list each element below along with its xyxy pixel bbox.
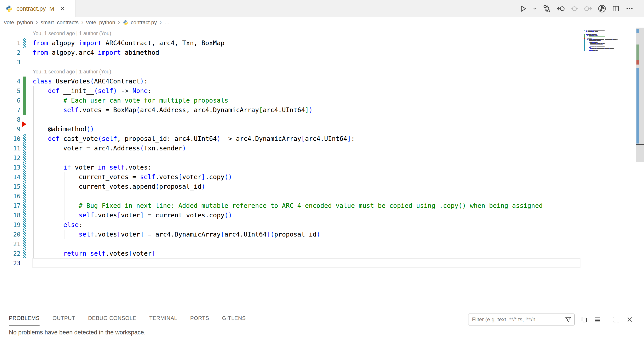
code-line-11[interactable]: 11 voter = arc4.Address(Txn.sender) <box>0 143 644 153</box>
line-number[interactable]: 3 <box>0 57 20 67</box>
panel-tab-terminal[interactable]: TERMINAL <box>149 311 177 325</box>
line-number[interactable]: 9 <box>0 124 20 134</box>
code-line-12[interactable]: 12 <box>0 153 644 163</box>
gutter-modified-indicator[interactable] <box>23 38 26 48</box>
gutter-modified-indicator[interactable] <box>23 153 26 163</box>
panel-tab-gitlens[interactable]: GITLENS <box>222 311 246 325</box>
code-line-7[interactable]: 7 self.votes = BoxMap(arc4.Address, arc4… <box>0 105 644 115</box>
code-line-22[interactable]: 22 return self.votes[voter] <box>0 249 644 258</box>
line-number[interactable]: 14 <box>0 172 20 182</box>
breadcrumb-item[interactable]: … <box>164 19 170 26</box>
gutter-deleted-indicator[interactable] <box>22 121 26 127</box>
panel-tab-ports[interactable]: PORTS <box>190 311 209 325</box>
line-number[interactable]: 1 <box>0 38 20 48</box>
line-number[interactable]: 4 <box>0 77 20 86</box>
gutter-modified-indicator[interactable] <box>23 211 26 220</box>
gutter-modified-indicator[interactable] <box>23 172 26 182</box>
compare-changes-icon[interactable] <box>543 5 551 13</box>
code-line-15[interactable]: 15 current_votes.append(proposal_id) <box>0 182 644 191</box>
gitlens-graph-icon[interactable] <box>598 5 606 13</box>
line-number[interactable]: 23 <box>0 258 20 268</box>
tab-contract-py[interactable]: contract.py M <box>0 0 76 17</box>
line-number[interactable]: 8 <box>0 115 20 124</box>
line-number[interactable]: 7 <box>0 105 20 115</box>
code-line-14[interactable]: 14 current_votes = self.votes[voter].cop… <box>0 172 644 182</box>
code-line-2[interactable]: 2from algopy.arc4 import abimethod <box>0 48 644 57</box>
line-number[interactable]: 16 <box>0 191 20 201</box>
next-change-icon <box>584 5 592 13</box>
line-number[interactable]: 22 <box>0 249 20 258</box>
code-text: # Each user can vote for multiple propos… <box>33 96 228 105</box>
gutter-added-indicator[interactable] <box>23 105 26 115</box>
gutter-modified-indicator[interactable] <box>23 182 26 191</box>
code-line-3[interactable]: 3 <box>0 57 644 67</box>
code-line-23[interactable]: 23 <box>0 258 644 268</box>
gutter-modified-indicator[interactable] <box>23 249 26 258</box>
line-number[interactable]: 13 <box>0 163 20 172</box>
run-python-file-icon[interactable] <box>519 5 527 13</box>
gutter-added-indicator[interactable] <box>23 77 26 86</box>
code-line-6[interactable]: 6 # Each user can vote for multiple prop… <box>0 96 644 105</box>
panel-tab-output[interactable]: OUTPUT <box>52 311 75 325</box>
copy-icon[interactable] <box>580 315 588 323</box>
previous-change-icon[interactable] <box>556 5 565 13</box>
code-line-9[interactable]: 9 @abimethod() <box>0 124 644 134</box>
code-line-16[interactable]: 16 <box>0 191 644 201</box>
panel-tab-debug-console[interactable]: DEBUG CONSOLE <box>88 311 136 325</box>
gutter-added-indicator[interactable] <box>23 86 26 96</box>
breadcrumb-item[interactable]: contract.py <box>131 19 157 26</box>
code-line-5[interactable]: 5 def __init__(self) -> None: <box>0 86 644 96</box>
line-number[interactable]: 2 <box>0 48 20 57</box>
line-number[interactable]: 21 <box>0 239 20 249</box>
code-text: from algopy import ARC4Contract, arc4, T… <box>33 38 224 48</box>
gutter-modified-indicator[interactable] <box>23 239 26 249</box>
gutter-modified-indicator[interactable] <box>23 220 26 230</box>
minimap[interactable] <box>582 28 636 311</box>
close-tab-icon[interactable] <box>59 5 66 12</box>
code-line-17[interactable]: 17 # Bug Fixed in next line: Added mutab… <box>0 201 644 211</box>
run-dropdown-chevron-icon[interactable] <box>532 5 537 13</box>
code-line-18[interactable]: 18 self.votes[voter] = current_votes.cop… <box>0 211 644 220</box>
maximize-panel-icon[interactable] <box>612 315 620 323</box>
minimap-line <box>586 43 605 44</box>
line-number[interactable]: 5 <box>0 86 20 96</box>
panel-tab-problems[interactable]: PROBLEMS <box>9 311 40 325</box>
code-line-10[interactable]: 10 def cast_vote(self, proposal_id: arc4… <box>0 134 644 143</box>
filter-input[interactable] <box>468 313 575 325</box>
code-line-19[interactable]: 19 else: <box>0 220 644 230</box>
line-number[interactable]: 15 <box>0 182 20 191</box>
gutter-added-indicator[interactable] <box>23 96 26 105</box>
gutter-modified-indicator[interactable] <box>23 230 26 239</box>
breadcrumb-item[interactable]: smart_contracts <box>41 19 79 26</box>
line-number[interactable]: 6 <box>0 96 20 105</box>
tab-filename: contract.py <box>16 5 46 12</box>
line-number[interactable]: 17 <box>0 201 20 211</box>
breadcrumb-item[interactable]: vote_python <box>86 19 115 26</box>
breadcrumb-item[interactable]: vote_python <box>4 19 33 26</box>
gutter-modified-indicator[interactable] <box>23 134 26 143</box>
line-number[interactable]: 18 <box>0 211 20 220</box>
code-line-20[interactable]: 20 self.votes[voter] = arc4.DynamicArray… <box>0 230 644 239</box>
code-line-8[interactable]: 8 <box>0 115 644 124</box>
code-line-21[interactable]: 21 <box>0 239 644 249</box>
gutter-modified-indicator[interactable] <box>23 163 26 172</box>
code-line-4[interactable]: 4class UserVotes(ARC4Contract): <box>0 77 644 86</box>
line-number[interactable]: 11 <box>0 143 20 153</box>
gutter-modified-indicator[interactable] <box>23 143 26 153</box>
line-number[interactable]: 12 <box>0 153 20 163</box>
line-number[interactable]: 19 <box>0 220 20 230</box>
line-number[interactable]: 20 <box>0 230 20 239</box>
gutter-modified-indicator[interactable] <box>23 201 26 211</box>
line-number[interactable]: 10 <box>0 134 20 143</box>
code-line-1[interactable]: 1from algopy import ARC4Contract, arc4, … <box>0 38 644 48</box>
split-editor-icon[interactable] <box>612 5 620 13</box>
gitlens-blame-annotation: You, 1 second ago | 1 author (You) <box>0 29 644 38</box>
code-editor[interactable]: You, 1 second ago | 1 author (You)1from … <box>0 28 644 311</box>
list-lines-icon[interactable] <box>593 315 601 323</box>
code-line-13[interactable]: 13 if voter in self.votes: <box>0 163 644 172</box>
minimap-line <box>586 42 598 43</box>
more-actions-icon[interactable] <box>625 5 634 13</box>
close-panel-icon[interactable] <box>626 315 634 323</box>
gutter-modified-indicator[interactable] <box>23 191 26 201</box>
gutter <box>20 143 33 153</box>
